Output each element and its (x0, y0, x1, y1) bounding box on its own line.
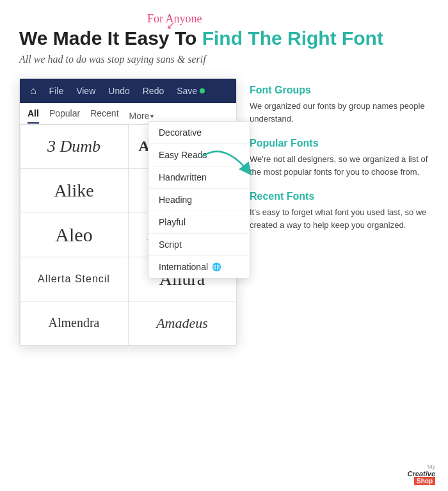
sidebar-heading-font-groups: Font Groups (250, 85, 429, 96)
nav-view[interactable]: View (76, 86, 95, 96)
dropdown-item-easy-reads[interactable]: Easy Reads (148, 144, 250, 166)
font-label-allerta: Allerta Stencil (38, 273, 110, 285)
font-label-3dumb: 3 Dumb (47, 137, 100, 156)
dropdown-item-heading[interactable]: Heading (148, 189, 250, 211)
nav-redo[interactable]: Redo (143, 86, 164, 96)
save-dot-icon (200, 88, 205, 93)
nav-file[interactable]: File (49, 86, 64, 96)
sidebar-heading-popular-fonts: Popular Fonts (250, 138, 429, 149)
sidebar-text-font-groups: We organized our fonts by group names pe… (250, 100, 429, 125)
sidebar-section-popular-fonts: Popular Fonts We're not all designers, s… (250, 138, 429, 178)
header-section: For Anyone We Made It Easy To Find The R… (19, 13, 429, 65)
font-cell-allerta[interactable]: Allerta Stencil (20, 257, 129, 302)
title-to: To (175, 28, 196, 49)
dropdown-item-playful[interactable]: Playful (148, 211, 250, 234)
content-area: ⌂ File View Undo Redo Save All Popular R… (19, 78, 429, 346)
sidebar-text-recent-fonts: It's easy to forget what font you used l… (250, 206, 429, 231)
subtitle: All we had to do was stop saying sans & … (19, 54, 429, 65)
app-mockup: ⌂ File View Undo Redo Save All Popular R… (19, 78, 237, 346)
font-label-alike: Alike (54, 181, 93, 201)
sidebar-section-recent-fonts: Recent Fonts It's easy to forget what fo… (250, 191, 429, 231)
home-icon[interactable]: ⌂ (30, 85, 36, 97)
dropdown-menu: Decorative Easy Reads Handwritten Headin… (148, 121, 250, 278)
main-title: We Made It Easy To Find The Right Font (19, 27, 429, 50)
font-cell-alike[interactable]: Alike (20, 168, 129, 213)
dropdown-item-decorative[interactable]: Decorative (148, 122, 250, 144)
font-cell-almendra[interactable]: Almendra (20, 301, 129, 346)
dropdown-item-handwritten[interactable]: Handwritten (148, 166, 250, 189)
nav-undo[interactable]: Undo (108, 86, 129, 96)
tab-recent[interactable]: Recent (90, 108, 118, 124)
title-highlight: Find The Right Font (202, 28, 383, 49)
watermark-shop: Shop (414, 477, 435, 485)
app-tabs: All Popular Recent More ▾ Decorative Eas… (20, 103, 236, 124)
right-sidebar: Font Groups We organized our fonts by gr… (250, 78, 429, 346)
font-label-aleo: Aleo (55, 224, 92, 246)
sidebar-heading-recent-fonts: Recent Fonts (250, 191, 429, 202)
font-label-amadeus: Amadeus (156, 315, 208, 332)
tab-all[interactable]: All (28, 108, 39, 124)
nav-save[interactable]: Save (177, 86, 205, 96)
more-dropdown-arrow: ▾ (150, 113, 154, 120)
watermark-my: My (428, 463, 435, 470)
watermark: My Creative Shop (408, 463, 435, 485)
dropdown-item-international[interactable]: International 🌐 (148, 256, 250, 278)
font-label-almendra: Almendra (49, 316, 100, 330)
annotation-text: For Anyone (147, 13, 429, 24)
globe-icon: 🌐 (212, 262, 221, 271)
sidebar-section-font-groups: Font Groups We organized our fonts by gr… (250, 85, 429, 125)
dropdown-item-script[interactable]: Script (148, 234, 250, 256)
font-cell-aleo[interactable]: Aleo (20, 213, 129, 257)
font-cell-amadeus[interactable]: Amadeus (128, 301, 237, 346)
tab-popular[interactable]: Popular (49, 108, 80, 124)
app-navbar: ⌂ File View Undo Redo Save (20, 79, 236, 103)
font-cell-3dumb[interactable]: 3 Dumb (20, 124, 129, 169)
title-part1: We Made It Easy (19, 28, 170, 49)
page-container: For Anyone We Made It Easy To Find The R… (0, 0, 448, 491)
sidebar-text-popular-fonts: We're not all designers, so we organized… (250, 153, 429, 178)
